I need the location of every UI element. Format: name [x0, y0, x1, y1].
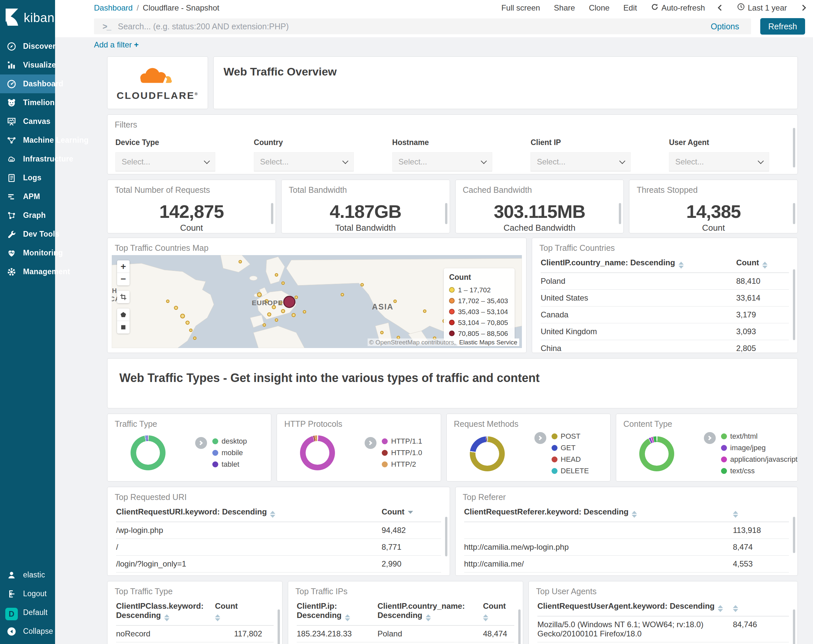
search-input[interactable]: [118, 22, 702, 31]
table-row[interactable]: /login/?login_only=12,990: [116, 556, 441, 572]
sidebar-item-visualize[interactable]: Visualize: [0, 56, 55, 75]
table-row[interactable]: 113,918: [464, 522, 789, 539]
refresh-button[interactable]: Refresh: [760, 18, 805, 35]
table-row[interactable]: United States33,614: [541, 290, 789, 307]
auto-refresh-button[interactable]: Auto-refresh: [651, 3, 705, 13]
panel-scrollbar[interactable]: [793, 269, 795, 340]
time-forward-chevron[interactable]: [800, 5, 806, 11]
column-header-referer[interactable]: ClientRequestReferer.keyword: Descending: [464, 507, 733, 518]
device-type-select[interactable]: Select...: [115, 152, 215, 172]
legend-item[interactable]: HTTP/1.0: [382, 448, 422, 458]
time-back-chevron[interactable]: [718, 5, 724, 11]
sidebar-logout[interactable]: Logout: [0, 584, 55, 603]
legend-item[interactable]: application/javascript: [721, 454, 798, 465]
country-select[interactable]: Select...: [254, 152, 354, 172]
column-header-count[interactable]: [733, 601, 789, 612]
table-row[interactable]: /wp-login.php94,482: [116, 522, 441, 539]
column-header-country[interactable]: ClientIP.country_name: Descending: [541, 258, 736, 268]
sidebar-item-management[interactable]: Management: [0, 262, 55, 281]
panel-scrollbar[interactable]: [445, 203, 447, 224]
table-row[interactable]: Poland88,410: [541, 273, 789, 290]
table-row[interactable]: 185.234.218.33 Poland 48,474: [297, 626, 514, 642]
column-header-country[interactable]: ClientIP.country_name: Descending: [377, 601, 483, 621]
legend-prev-button[interactable]: [534, 432, 546, 444]
map-rectangle-tool-button[interactable]: [117, 321, 130, 334]
client-ip-select[interactable]: Select...: [531, 152, 630, 172]
sidebar-item-canvas[interactable]: Canvas: [0, 112, 55, 131]
panel-scrollbar[interactable]: [518, 609, 521, 644]
share-button[interactable]: Share: [554, 3, 575, 12]
sidebar-item-discover[interactable]: Discover: [0, 37, 55, 56]
sidebar-item-timelion[interactable]: Timelion: [0, 93, 55, 112]
sidebar-user-elastic[interactable]: elastic: [0, 566, 55, 584]
sidebar-item-dev-tools[interactable]: Dev Tools: [0, 225, 55, 244]
map-bubble-poland[interactable]: [284, 296, 295, 308]
time-range-picker[interactable]: Last 1 year: [737, 3, 787, 13]
panel-scrollbar[interactable]: [271, 203, 273, 224]
legend-item[interactable]: HEAD: [552, 454, 589, 465]
sidebar-item-infrastructure[interactable]: Infrastructure: [0, 150, 55, 169]
legend-item[interactable]: POST: [552, 431, 589, 441]
column-header-count[interactable]: Count: [215, 601, 255, 621]
search-field-strip[interactable]: >_ Options: [94, 18, 751, 34]
column-header-count[interactable]: Count: [483, 601, 519, 621]
legend-prev-button[interactable]: [704, 432, 716, 444]
legend-prev-button[interactable]: [365, 437, 376, 449]
sidebar-item-graph[interactable]: Graph: [0, 206, 55, 225]
panel-scrollbar[interactable]: [445, 517, 447, 556]
edit-button[interactable]: Edit: [623, 3, 637, 12]
sidebar-item-machine-learning[interactable]: Machine Learning: [0, 131, 55, 150]
sidebar-item-apm[interactable]: APM: [0, 187, 55, 206]
table-row[interactable]: United Kingdom3,093: [541, 323, 789, 340]
table-row[interactable]: http://camilia.me/index.php/2017/06/17/w…: [464, 572, 789, 576]
legend-item[interactable]: desktop: [212, 436, 247, 446]
traffic-type-donut-chart[interactable]: [130, 435, 166, 470]
sidebar-space-default[interactable]: D Default: [0, 603, 55, 622]
kibana-logo[interactable]: kibana: [0, 0, 55, 37]
column-header-count[interactable]: [733, 507, 789, 518]
column-header-user-agent[interactable]: ClientRequestUserAgent.keyword: Descendi…: [537, 601, 733, 612]
table-row[interactable]: /xmlrpc.php1,394: [116, 572, 441, 576]
panel-scrollbar[interactable]: [793, 517, 795, 553]
legend-item[interactable]: text/css: [721, 466, 798, 476]
legend-item[interactable]: HTTP/2: [382, 460, 422, 469]
table-row[interactable]: /8,771: [116, 539, 441, 556]
table-row[interactable]: Mozilla/5.0 (Windows NT 6.1; WOW64; rv:1…: [537, 616, 789, 642]
full-screen-button[interactable]: Full screen: [502, 3, 540, 12]
legend-item[interactable]: text/html: [721, 431, 798, 441]
column-header-ip-class[interactable]: ClientIPClass.keyword: Descending: [116, 601, 215, 621]
breadcrumb-dashboard-link[interactable]: Dashboard: [94, 3, 132, 12]
http-protocols-donut-chart[interactable]: [300, 435, 335, 470]
user-agent-select[interactable]: Select...: [669, 152, 769, 172]
legend-item[interactable]: GET: [552, 443, 589, 453]
sidebar-collapse[interactable]: Collapse: [0, 622, 55, 641]
map-crop-tool-button[interactable]: [117, 291, 130, 303]
legend-item[interactable]: mobile: [212, 448, 247, 458]
column-header-ip[interactable]: ClientIP.ip: Descending: [297, 601, 377, 621]
column-header-uri[interactable]: ClientRequestURI.keyword: Descending: [116, 507, 382, 518]
world-map[interactable]: NORTH AMERICA EUROPE ASIA + −: [112, 255, 522, 348]
request-methods-donut-chart[interactable]: [470, 436, 505, 471]
clone-button[interactable]: Clone: [589, 3, 610, 12]
map-zoom-out-button[interactable]: −: [117, 273, 130, 285]
panel-scrollbar[interactable]: [793, 203, 795, 224]
legend-item[interactable]: image/jpeg: [721, 443, 798, 453]
column-header-count[interactable]: Count: [736, 258, 789, 268]
hostname-select[interactable]: Select...: [392, 152, 492, 172]
sidebar-item-monitoring[interactable]: Monitoring: [0, 244, 55, 262]
content-type-donut-chart[interactable]: [639, 436, 674, 471]
legend-item[interactable]: tablet: [212, 460, 247, 469]
table-row[interactable]: Canada3,179: [541, 307, 789, 323]
add-filter-link[interactable]: Add a filter +: [94, 40, 138, 49]
sidebar-item-logs[interactable]: Logs: [0, 169, 55, 187]
map-polygon-tool-button[interactable]: [117, 308, 130, 321]
options-link[interactable]: Options: [711, 22, 739, 31]
column-header-count[interactable]: Count: [382, 507, 441, 517]
panel-scrollbar[interactable]: [619, 203, 621, 224]
sidebar-item-dashboard[interactable]: Dashboard: [0, 75, 55, 93]
table-row[interactable]: http://camilia.me/wp-login.php8,474: [464, 539, 789, 556]
panel-scrollbar[interactable]: [793, 609, 795, 644]
table-row[interactable]: China2,805: [541, 340, 789, 353]
legend-item[interactable]: DELETE: [552, 466, 589, 476]
map-zoom-in-button[interactable]: +: [117, 261, 130, 273]
